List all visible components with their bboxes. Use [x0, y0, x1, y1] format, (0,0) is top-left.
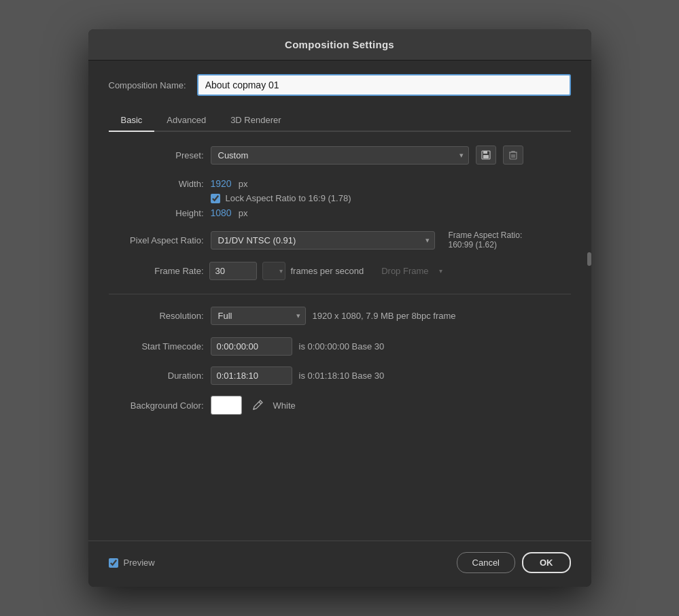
preset-label: Preset:: [109, 150, 204, 160]
frame-rate-label: Frame Rate:: [109, 266, 204, 276]
start-timecode-label: Start Timecode:: [109, 341, 204, 352]
lock-aspect-row: Lock Aspect Ratio to 16:9 (1.78): [211, 193, 571, 203]
height-unit: px: [239, 208, 248, 218]
tab-basic[interactable]: Basic: [109, 109, 155, 132]
par-dropdown-wrapper: Square Pixels (1.0) D1/DV NTSC (0.91) D1…: [211, 231, 435, 250]
drop-frame-wrapper: Drop Frame ▾: [376, 262, 442, 279]
comp-name-row: Composition Name:: [109, 74, 571, 96]
par-select[interactable]: Square Pixels (1.0) D1/DV NTSC (0.91) D1…: [211, 231, 435, 250]
bg-color-name: White: [273, 400, 296, 411]
resolution-dropdown-wrapper: Full Half Third Quarter Custom ▾: [211, 307, 306, 325]
background-color-row: Background Color: White: [109, 396, 571, 415]
duration-row: Duration: is 0:01:18:10 Base 30: [109, 366, 571, 385]
preset-row: Preset: Custom HDTV 1080 29.97 HDTV 1080…: [109, 146, 571, 165]
svg-line-8: [259, 402, 261, 404]
bg-color-swatch[interactable]: [211, 396, 242, 415]
comp-name-input[interactable]: [197, 74, 571, 96]
divider-1: [109, 294, 571, 294]
duration-info: is 0:01:18:10 Base 30: [299, 371, 385, 381]
resolution-select[interactable]: Full Half Third Quarter Custom: [211, 307, 306, 325]
frame-rate-unit: frames per second: [291, 266, 364, 276]
lock-aspect-label: Lock Aspect Ratio to 16:9 (1.78): [226, 193, 351, 203]
duration-label: Duration:: [109, 371, 204, 381]
frame-aspect-value: 160:99 (1.62): [449, 240, 523, 250]
comp-name-label: Composition Name:: [109, 80, 190, 90]
preset-select[interactable]: Custom HDTV 1080 29.97 HDTV 1080 25 Film…: [211, 146, 469, 165]
width-row: Width: 1920 px: [109, 178, 571, 189]
resolution-label: Resolution:: [109, 311, 204, 321]
resolution-info: 1920 x 1080, 7.9 MB per 8bpc frame: [313, 311, 456, 321]
title-bar: Composition Settings: [88, 29, 591, 61]
width-value[interactable]: 1920: [211, 178, 232, 189]
bg-color-label: Background Color:: [109, 400, 204, 411]
ok-button[interactable]: OK: [522, 552, 571, 573]
delete-preset-button[interactable]: [503, 146, 523, 165]
footer: Preview Cancel OK: [88, 541, 591, 587]
duration-input[interactable]: [211, 366, 292, 385]
svg-point-9: [253, 409, 254, 410]
save-preset-button[interactable]: [476, 146, 496, 165]
tab-advanced[interactable]: Advanced: [154, 109, 218, 132]
resolution-row: Resolution: Full Half Third Quarter Cust…: [109, 307, 571, 325]
drop-frame-select[interactable]: Drop Frame: [376, 262, 442, 279]
preview-checkbox[interactable]: [109, 558, 118, 568]
tab-3d-renderer[interactable]: 3D Renderer: [218, 109, 293, 132]
preview-row: Preview: [109, 558, 155, 568]
lock-aspect-checkbox[interactable]: [211, 194, 220, 203]
pixel-aspect-ratio-row: Pixel Aspect Ratio: Square Pixels (1.0) …: [109, 230, 571, 250]
start-timecode-input[interactable]: [211, 337, 292, 356]
frame-rate-mini-select[interactable]: [262, 262, 285, 280]
scrollbar[interactable]: [587, 252, 591, 266]
start-timecode-row: Start Timecode: is 0:00:00:00 Base 30: [109, 337, 571, 356]
start-timecode-info: is 0:00:00:00 Base 30: [299, 341, 385, 352]
tab-bar: Basic Advanced 3D Renderer: [109, 109, 571, 132]
frame-aspect-label: Frame Aspect Ratio:: [449, 230, 523, 240]
height-value[interactable]: 1080: [211, 207, 232, 218]
width-label: Width:: [109, 179, 204, 189]
footer-buttons: Cancel OK: [457, 552, 571, 573]
preview-label: Preview: [124, 558, 155, 568]
frame-rate-mini-dropdown: ▾: [262, 262, 285, 280]
par-label: Pixel Aspect Ratio:: [109, 235, 204, 245]
height-row: Height: 1080 px: [109, 207, 571, 218]
svg-rect-2: [483, 155, 489, 158]
preset-dropdown-wrapper: Custom HDTV 1080 29.97 HDTV 1080 25 Film…: [211, 146, 469, 165]
eyedropper-button[interactable]: [249, 396, 266, 414]
width-unit: px: [239, 179, 248, 189]
height-label: Height:: [109, 208, 204, 218]
svg-rect-1: [483, 151, 487, 154]
frame-rate-row: Frame Rate: ▾ frames per second Drop Fra…: [109, 262, 571, 280]
dialog-title: Composition Settings: [102, 39, 578, 50]
frame-rate-input[interactable]: [209, 262, 257, 280]
frame-aspect-section: Frame Aspect Ratio: 160:99 (1.62): [449, 230, 523, 250]
cancel-button[interactable]: Cancel: [457, 552, 515, 573]
